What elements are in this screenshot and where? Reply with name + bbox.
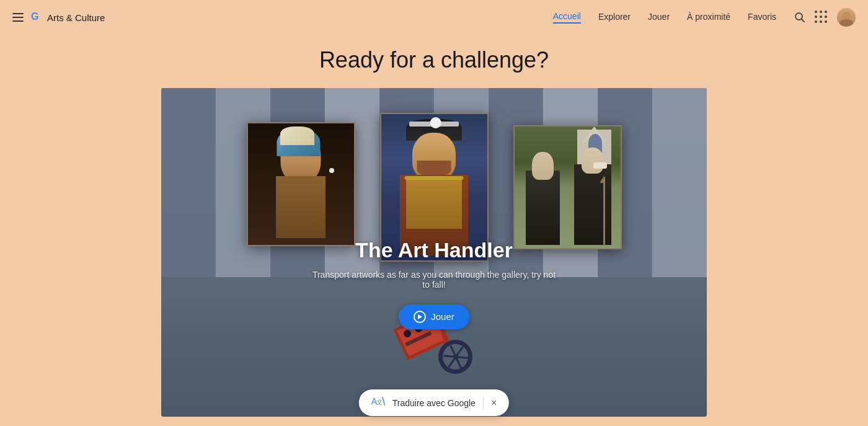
svg-text:文: 文 xyxy=(376,399,383,406)
navbar-right: Accueil Explorer Jouer À proximité Favor… xyxy=(553,8,856,27)
search-icon[interactable] xyxy=(794,11,806,24)
grid-dots-icon xyxy=(815,11,828,24)
game-description: Transport artworks as far as you can thr… xyxy=(310,270,558,290)
nav-jouer[interactable]: Jouer xyxy=(648,12,670,23)
nav-accueil[interactable]: Accueil xyxy=(553,11,581,24)
svg-line-5 xyxy=(802,19,805,22)
translate-divider xyxy=(483,397,484,409)
play-label: Jouer xyxy=(431,311,454,322)
game-overlay: The Art Handler Transport artworks as fa… xyxy=(161,88,707,417)
nav-proximite[interactable]: À proximité xyxy=(687,12,730,23)
main-content: Ready for a challenge? xyxy=(0,35,868,417)
navbar: G Arts & Culture Accueil Explorer Jouer … xyxy=(0,0,868,35)
nav-explorer[interactable]: Explorer xyxy=(598,12,631,23)
svg-rect-1 xyxy=(12,17,24,18)
translate-icon: A 文 xyxy=(371,396,385,410)
game-title: The Art Handler xyxy=(355,238,513,262)
translate-bar: A 文 Traduire avec Google × xyxy=(359,389,509,416)
navbar-left: G Arts & Culture xyxy=(12,10,105,25)
play-button[interactable]: Jouer xyxy=(399,304,469,329)
google-g-icon: G xyxy=(31,10,43,25)
svg-rect-0 xyxy=(12,13,24,14)
translate-close-button[interactable]: × xyxy=(491,397,497,409)
play-triangle xyxy=(418,314,422,319)
game-card: The Art Handler Transport artworks as fa… xyxy=(161,88,707,417)
svg-text:G: G xyxy=(31,11,38,22)
avatar[interactable] xyxy=(837,8,856,27)
apps-icon[interactable] xyxy=(815,11,828,24)
play-icon xyxy=(414,311,426,323)
nav-icons xyxy=(794,8,856,27)
translate-text: Traduire avec Google xyxy=(392,398,476,408)
svg-line-8 xyxy=(383,397,385,406)
page-title: Ready for a challenge? xyxy=(319,47,549,73)
svg-rect-2 xyxy=(12,20,24,22)
nav-favoris[interactable]: Favoris xyxy=(748,12,776,23)
hamburger-icon[interactable] xyxy=(12,11,24,25)
brand-logo[interactable]: G Arts & Culture xyxy=(31,10,105,25)
avatar-image xyxy=(837,8,856,27)
brand-name: Arts & Culture xyxy=(47,12,105,23)
